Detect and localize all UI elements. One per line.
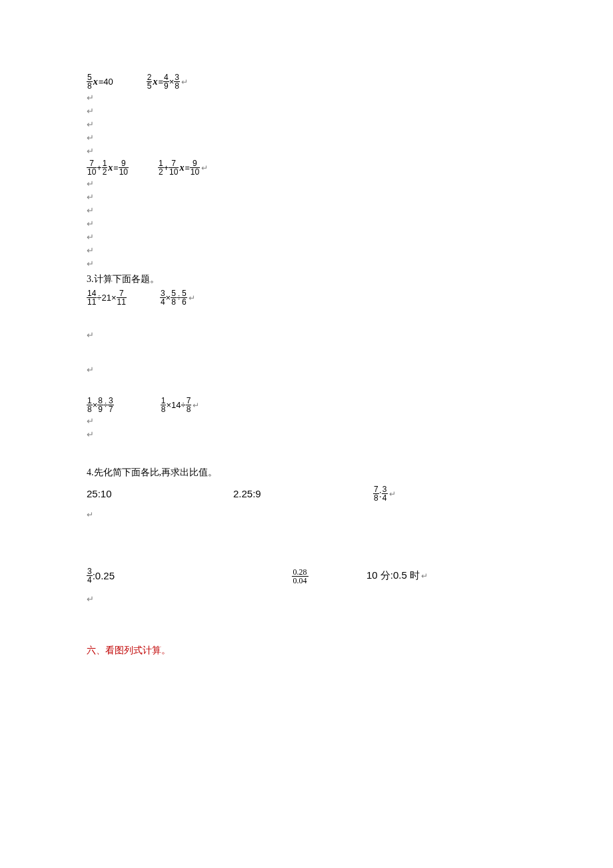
equation-1-2: 25 x = 49 × 38 ↵ — [147, 73, 188, 90]
para-mark-icon: ↵ — [87, 232, 526, 243]
para-mark-icon: ↵ — [87, 205, 526, 216]
calc-1-1: 1411 ÷21× 711 — [87, 289, 127, 306]
calc-2-2: 18 ×14÷ 78 ↵ — [161, 397, 200, 413]
eq-rhs: =40 — [99, 77, 113, 87]
para-mark-icon: ↵ — [87, 416, 526, 427]
x-var: x — [108, 163, 113, 173]
para-mark-icon: ↵ — [87, 106, 526, 117]
heading-6: 六、看图列式计算。 — [87, 645, 526, 657]
calc-1-2: 34 × 58 ÷ 56 ↵ — [160, 289, 195, 306]
para-mark-icon: ↵ — [87, 510, 526, 520]
heading-4: 4.先化简下面各比,再求出比值。 — [87, 467, 526, 479]
para-mark-icon: ↵ — [87, 133, 526, 143]
para-mark-icon: ↵ — [87, 119, 526, 130]
x-var: x — [93, 77, 98, 87]
para-mark-icon: ↵ — [87, 245, 526, 256]
calc-2-1: 18 × 89 ÷ 37 — [87, 397, 114, 413]
equation-2-1: 710 + 12 x = 910 — [87, 159, 129, 176]
para-mark-icon: ↵ — [87, 429, 526, 440]
ratio-2-1: 34 :0.25 — [87, 567, 233, 585]
para-mark-icon: ↵ — [87, 365, 526, 375]
ratio-2-3: 10 分:0.5 时 ↵ — [366, 567, 428, 585]
para-mark-icon: ↵ — [87, 330, 526, 341]
x-var: x — [153, 77, 157, 87]
para-mark-icon: ↵ — [87, 594, 526, 605]
para-mark-icon: ↵ — [421, 571, 428, 581]
calc-row-1: 1411 ÷21× 711 34 × 58 ÷ 56 ↵ — [87, 289, 526, 306]
para-mark-icon: ↵ — [193, 401, 199, 410]
heading-3: 3.计算下面各题。 — [87, 273, 526, 285]
ratio-2-2: 0.28 0.04 — [233, 567, 366, 585]
ratio-row-1: 25:10 2.25:9 78 : 34 ↵ — [87, 485, 526, 502]
para-mark-icon: ↵ — [87, 259, 526, 269]
para-mark-icon: ↵ — [87, 93, 526, 103]
para-mark-icon: ↵ — [189, 293, 195, 303]
ratio-1-2: 2.25:9 — [233, 485, 373, 502]
ratio-1-1: 25:10 — [87, 485, 233, 502]
para-mark-icon: ↵ — [87, 219, 526, 229]
para-mark-icon: ↵ — [87, 179, 526, 189]
para-mark-icon: ↵ — [87, 146, 526, 157]
equation-2-2: 12 + 710 x = 910 ↵ — [158, 159, 208, 176]
calc-row-2: 18 × 89 ÷ 37 18 ×14÷ 78 ↵ — [87, 397, 526, 413]
equation-row-1: 58 x =40 25 x = 49 × 38 ↵ — [87, 73, 526, 90]
frac-den: 8 — [87, 81, 93, 90]
para-mark-icon: ↵ — [87, 192, 526, 203]
equation-row-2: 710 + 12 x = 910 12 + 710 x = 910 ↵ — [87, 159, 526, 176]
ratio-row-2: 34 :0.25 0.28 0.04 10 分:0.5 时 ↵ — [87, 567, 526, 585]
frac-num: 5 — [87, 73, 93, 81]
para-mark-icon: ↵ — [181, 77, 188, 87]
ratio-1-3: 78 : 34 ↵ — [373, 485, 396, 502]
para-mark-icon: ↵ — [389, 489, 396, 499]
x-var: x — [179, 163, 184, 173]
para-mark-icon: ↵ — [201, 163, 208, 173]
equation-1-1: 58 x =40 — [87, 73, 113, 90]
